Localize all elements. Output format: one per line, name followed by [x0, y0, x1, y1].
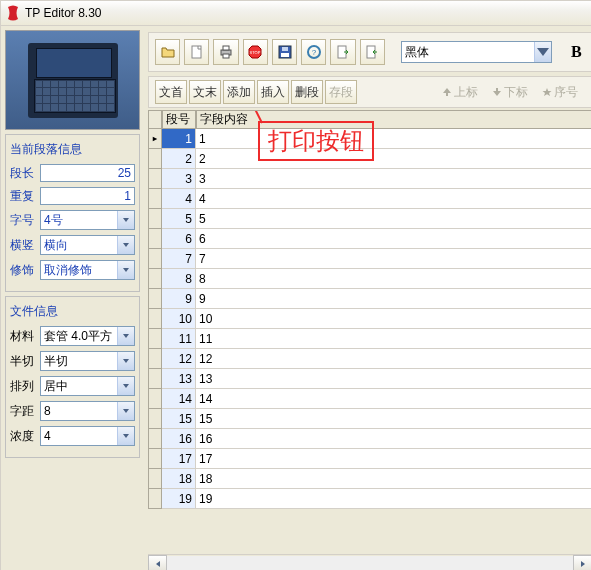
title-bar: TP Editor 8.30 [1, 1, 591, 26]
btn-xiabiao[interactable]: 下标 [492, 84, 528, 101]
btn-shangbiao[interactable]: 上标 [442, 84, 478, 101]
table-row[interactable]: 66 [148, 229, 591, 249]
cell-neirong[interactable]: 12 [196, 349, 591, 369]
cell-duanhao[interactable]: 16 [162, 429, 196, 449]
table-row[interactable]: 44 [148, 189, 591, 209]
cell-neirong[interactable]: 2 [196, 149, 591, 169]
app-title: TP Editor 8.30 [25, 6, 102, 20]
cell-neirong[interactable]: 16 [196, 429, 591, 449]
table-row[interactable]: 1111 [148, 329, 591, 349]
cell-duanhao[interactable]: 4 [162, 189, 196, 209]
cell-neirong[interactable]: 11 [196, 329, 591, 349]
cell-duanhao[interactable]: 15 [162, 409, 196, 429]
combo-hengshu[interactable]: 横向 [40, 235, 135, 255]
cell-neirong[interactable]: 10 [196, 309, 591, 329]
import-button[interactable] [330, 39, 355, 65]
cell-duanhao[interactable]: 1 [162, 129, 196, 149]
table-row[interactable]: 77 [148, 249, 591, 269]
table-row[interactable]: 1010 [148, 309, 591, 329]
combo-cailiao[interactable]: 套管 4.0平方 [40, 326, 135, 346]
grid-header-duanhao[interactable]: 段号 [162, 111, 196, 129]
scroll-right-icon[interactable] [573, 555, 591, 570]
cell-duanhao[interactable]: 3 [162, 169, 196, 189]
cell-duanhao[interactable]: 10 [162, 309, 196, 329]
chevron-down-icon [534, 42, 551, 62]
table-row[interactable]: 1515 [148, 409, 591, 429]
grid-body[interactable]: 1122334455667788991010111112121313141415… [148, 129, 591, 554]
table-row[interactable]: 1616 [148, 429, 591, 449]
cell-neirong[interactable]: 6 [196, 229, 591, 249]
combo-banqie[interactable]: 半切 [40, 351, 135, 371]
cell-duanhao[interactable]: 7 [162, 249, 196, 269]
table-row[interactable]: 88 [148, 269, 591, 289]
table-row[interactable]: 1212 [148, 349, 591, 369]
scroll-left-icon[interactable] [148, 555, 167, 570]
table-row[interactable]: 55 [148, 209, 591, 229]
combo-zihao[interactable]: 4号 [40, 210, 135, 230]
btn-wenmo[interactable]: 文末 [189, 80, 221, 104]
cell-duanhao[interactable]: 2 [162, 149, 196, 169]
row-indicator [148, 269, 162, 289]
cell-neirong[interactable]: 4 [196, 189, 591, 209]
label-zihao: 字号 [10, 212, 40, 229]
combo-pailie[interactable]: 居中 [40, 376, 135, 396]
cell-neirong[interactable]: 7 [196, 249, 591, 269]
cell-duanhao[interactable]: 9 [162, 289, 196, 309]
cell-neirong[interactable]: 19 [196, 489, 591, 509]
cell-duanhao[interactable]: 18 [162, 469, 196, 489]
table-row[interactable]: 1313 [148, 369, 591, 389]
cell-neirong[interactable]: 15 [196, 409, 591, 429]
cell-duanhao[interactable]: 19 [162, 489, 196, 509]
table-row[interactable]: 1414 [148, 389, 591, 409]
cell-neirong[interactable]: 9 [196, 289, 591, 309]
stop-button[interactable]: STOP [243, 39, 268, 65]
table-row[interactable]: 1818 [148, 469, 591, 489]
new-button[interactable] [184, 39, 209, 65]
horizontal-scrollbar[interactable] [148, 554, 591, 570]
cell-duanhao[interactable]: 13 [162, 369, 196, 389]
cell-neirong[interactable]: 17 [196, 449, 591, 469]
cell-duanhao[interactable]: 17 [162, 449, 196, 469]
cell-neirong[interactable]: 18 [196, 469, 591, 489]
cell-duanhao[interactable]: 5 [162, 209, 196, 229]
input-chongfu[interactable]: 1 [40, 187, 135, 205]
cell-neirong[interactable]: 8 [196, 269, 591, 289]
export-button[interactable] [360, 39, 385, 65]
cell-neirong[interactable]: 5 [196, 209, 591, 229]
left-pane: 当前段落信息 段长 25 重复 1 字号 4号 横竖 横向 [1, 26, 144, 570]
cell-neirong[interactable]: 13 [196, 369, 591, 389]
cell-neirong[interactable]: 14 [196, 389, 591, 409]
table-row[interactable]: 33 [148, 169, 591, 189]
label-pailie: 排列 [10, 378, 40, 395]
cell-duanhao[interactable]: 12 [162, 349, 196, 369]
chevron-down-icon [117, 236, 134, 254]
combo-ziju[interactable]: 8 [40, 401, 135, 421]
table-row[interactable]: 1919 [148, 489, 591, 509]
cell-neirong[interactable]: 3 [196, 169, 591, 189]
help-button[interactable]: ? [301, 39, 326, 65]
grid-corner[interactable] [148, 111, 162, 129]
btn-xuhao[interactable]: 序号 [542, 84, 578, 101]
cell-duanhao[interactable]: 6 [162, 229, 196, 249]
label-hengshu: 横竖 [10, 237, 40, 254]
cell-duanhao[interactable]: 11 [162, 329, 196, 349]
print-button[interactable] [213, 39, 238, 65]
bold-button[interactable]: B [568, 43, 585, 61]
label-banqie: 半切 [10, 353, 40, 370]
btn-tianjia[interactable]: 添加 [223, 80, 255, 104]
combo-xiushi[interactable]: 取消修饰 [40, 260, 135, 280]
open-button[interactable] [155, 39, 180, 65]
btn-charu[interactable]: 插入 [257, 80, 289, 104]
table-row[interactable]: 99 [148, 289, 591, 309]
btn-cunduan[interactable]: 存段 [325, 80, 357, 104]
save-button[interactable] [272, 39, 297, 65]
font-select[interactable]: 黑体 [401, 41, 552, 63]
cell-duanhao[interactable]: 14 [162, 389, 196, 409]
table-row[interactable]: 1717 [148, 449, 591, 469]
row-indicator [148, 449, 162, 469]
cell-duanhao[interactable]: 8 [162, 269, 196, 289]
btn-shanduan[interactable]: 删段 [291, 80, 323, 104]
btn-wenshou[interactable]: 文首 [155, 80, 187, 104]
input-duanchang[interactable]: 25 [40, 164, 135, 182]
combo-nongdu[interactable]: 4 [40, 426, 135, 446]
